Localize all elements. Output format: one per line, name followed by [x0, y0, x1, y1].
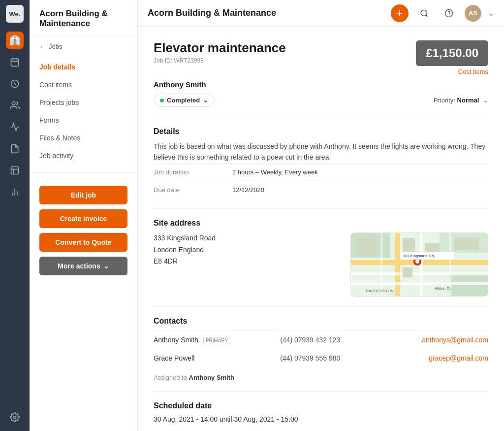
top-header: Acorn Building & Maintenance + AS ⌄: [138, 0, 504, 27]
nav-calendar[interactable]: [6, 53, 24, 71]
cost-amount: £1,150.00: [426, 46, 478, 60]
app-logo: We.: [6, 5, 24, 23]
due-date-label: Due date: [154, 186, 232, 194]
priority-dropdown-icon[interactable]: ⌄: [483, 97, 488, 104]
more-actions-label: More actions: [58, 262, 100, 270]
contact-phone-1: (44) 07939 555 980: [280, 349, 379, 367]
due-date-value: 12/12/2020: [232, 186, 264, 194]
content-inner: Elevator maintenance Job ID: WRT23998 £1…: [138, 27, 504, 431]
site-line3: E8 4DR: [154, 256, 339, 267]
sidebar-divider: [30, 172, 137, 173]
duration-label: Job duration: [154, 168, 232, 176]
svg-rect-28: [356, 238, 376, 255]
due-date-row: Due date 12/12/2020: [154, 181, 488, 199]
scheduled-date: 30 Aug, 2021 - 14:00 until 30 Aug, 2021 …: [154, 415, 488, 423]
contact-name-1: Grace Powell: [154, 354, 194, 362]
status-dot: [160, 99, 164, 102]
svg-rect-29: [403, 238, 415, 253]
chevron-down-icon: ⌄: [103, 262, 109, 270]
svg-text:333 Kingsland Rd,: 333 Kingsland Rd,: [403, 254, 435, 258]
svg-rect-24: [351, 282, 488, 285]
sidebar-item-job-activity[interactable]: Job activity: [30, 147, 137, 165]
help-button[interactable]: [440, 4, 458, 22]
contacts-table: Anthony Smith PRIMARY (44) 07939 432 123…: [154, 331, 488, 367]
svg-point-13: [421, 10, 427, 16]
back-to-jobs[interactable]: ← Jobs: [30, 36, 137, 55]
priority-text: Priority: Normal ⌄: [434, 97, 488, 104]
svg-rect-25: [420, 233, 423, 297]
status-badge[interactable]: Completed ⌄: [154, 94, 215, 107]
edit-job-button[interactable]: Edit job: [39, 186, 127, 204]
company-header-title: Acorn Building & Maintenance: [148, 8, 384, 18]
sidebar-item-files-notes[interactable]: Files & Notes: [30, 129, 137, 147]
nav-settings[interactable]: [6, 408, 24, 426]
content-area: Elevator maintenance Job ID: WRT23998 £1…: [138, 27, 504, 431]
svg-rect-26: [380, 233, 382, 297]
contact-email-0[interactable]: anthonys@gmail.com: [379, 331, 488, 349]
duration-row: Job duration 2 hours – Weekly, Every wee…: [154, 163, 488, 181]
sidebar-item-job-details[interactable]: Job details: [30, 58, 137, 76]
sidebar-item-cost-items[interactable]: Cost items: [30, 76, 137, 94]
user-dropdown-icon[interactable]: ⌄: [488, 9, 494, 17]
contact-name-0: Anthony Smith: [154, 336, 198, 344]
job-client: Anthony Smith: [154, 80, 488, 89]
nav-document[interactable]: [6, 162, 24, 179]
svg-text:Albion Dr: Albion Dr: [435, 286, 451, 291]
svg-rect-32: [454, 238, 479, 250]
cost-items-link[interactable]: Cost items: [416, 68, 488, 75]
sidebar-nav: Job details Cost items Projects jobs For…: [30, 55, 137, 167]
back-label: Jobs: [49, 43, 62, 50]
nav-bar-chart[interactable]: [6, 183, 24, 201]
status-label: Completed: [167, 97, 200, 104]
more-actions-button[interactable]: More actions ⌄: [39, 257, 127, 275]
sidebar-actions: Edit job Create invoice Convert to Quote…: [30, 178, 137, 283]
nav-clock[interactable]: [6, 75, 24, 93]
job-header: Elevator maintenance Job ID: WRT23998 £1…: [154, 40, 488, 75]
user-avatar[interactable]: AS: [465, 5, 481, 22]
back-arrow-icon: ←: [39, 43, 46, 50]
main-wrap: Acorn Building & Maintenance + AS ⌄ Elev…: [138, 0, 504, 431]
contact-badge-0: PRIMARY: [203, 337, 230, 344]
assigned-to-name: Anthony Smith: [189, 374, 234, 381]
sidebar-item-projects-jobs[interactable]: Projects jobs: [30, 94, 137, 111]
svg-point-12: [14, 416, 16, 419]
svg-rect-0: [11, 59, 19, 66]
nav-invoice[interactable]: [6, 140, 24, 158]
svg-line-14: [426, 15, 427, 16]
nav-briefcase[interactable]: 👔: [6, 32, 24, 49]
status-chevron: ⌄: [203, 97, 208, 104]
contact-row-1: Grace Powell (44) 07939 555 980 gracep@g…: [154, 349, 488, 367]
site-address-text: 333 Kingsland Road London England E8 4DR: [154, 232, 339, 297]
job-id: Job ID: WRT23998: [154, 57, 286, 64]
add-button[interactable]: +: [391, 4, 409, 22]
scheduled-title: Scheduled date: [154, 401, 488, 410]
contact-phone-0: (44) 07939 432 123: [280, 331, 379, 349]
priority-value: Normal: [457, 97, 479, 104]
icon-rail: We. 👔: [0, 0, 30, 431]
svg-rect-30: [403, 267, 412, 277]
divider-3: [154, 306, 488, 307]
sidebar-item-forms[interactable]: Forms: [30, 111, 137, 129]
status-row: Completed ⌄ Priority: Normal ⌄: [154, 94, 488, 107]
svg-rect-22: [395, 233, 400, 297]
divider-2: [154, 208, 488, 209]
details-section-title: Details: [154, 127, 488, 136]
divider-1: [154, 117, 488, 117]
sidebar: Acorn Building & Maintenance ← Jobs Job …: [30, 0, 138, 431]
contacts-title: Contacts: [154, 317, 488, 326]
duration-value: 2 hours – Weekly, Every week: [232, 168, 318, 176]
nav-people[interactable]: [6, 97, 24, 114]
map-container[interactable]: 333 Kingsland Rd, HAGGERSTON Albion Dr: [350, 232, 488, 297]
company-name: Acorn Building & Maintenance: [30, 0, 137, 36]
convert-quote-button[interactable]: Convert to Quote: [39, 233, 127, 252]
site-section: 333 Kingsland Road London England E8 4DR: [154, 232, 488, 297]
search-button[interactable]: [415, 4, 433, 22]
svg-rect-23: [351, 272, 488, 275]
nav-chart[interactable]: [6, 118, 24, 136]
details-description: This job is based on what was discussed …: [154, 141, 488, 163]
divider-4: [154, 391, 488, 392]
site-address-title: Site address: [154, 219, 488, 228]
contact-email-1[interactable]: gracep@gmail.com: [379, 349, 488, 367]
site-line2: London England: [154, 244, 339, 256]
create-invoice-button[interactable]: Create invoice: [39, 209, 127, 228]
